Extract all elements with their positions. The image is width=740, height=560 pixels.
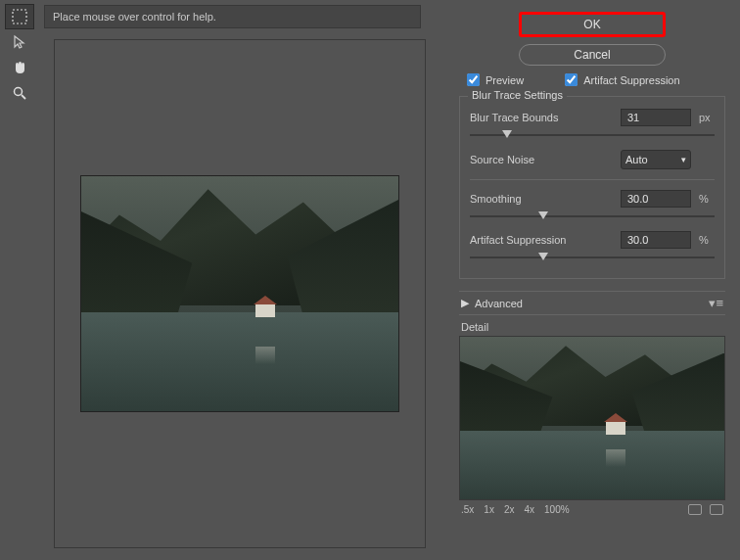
left-toolbar [0,0,39,560]
smoothing-label: Smoothing [470,193,621,205]
hand-tool[interactable] [5,55,34,80]
preview-label: Preview [486,74,524,86]
zoom-4x[interactable]: 4x [524,504,534,515]
detail-preview[interactable] [459,336,725,500]
preview-checkbox-input[interactable] [467,73,480,86]
blur-trace-bounds-label: Blur Trace Bounds [470,112,621,123]
source-noise-label: Source Noise [470,154,621,165]
blur-trace-bounds-unit: px [691,112,715,123]
blur-trace-legend: Blur Trace Settings [468,89,567,101]
blur-trace-settings: Blur Trace Settings Blur Trace Bounds px… [459,96,725,279]
source-noise-select[interactable]: Auto ▾ [621,150,691,169]
preview-image[interactable] [80,175,399,412]
advanced-label: Advanced [475,298,523,309]
options-row: Preview Artifact Suppression [459,73,725,86]
smoothing-input[interactable] [621,190,691,208]
artifact-label: Artifact Suppression [583,74,679,86]
advanced-toggle[interactable]: ▶ Advanced ▾≡ [459,291,725,315]
artifact-suppression-checkbox[interactable]: Artifact Suppression [565,73,679,86]
artifact-suppression-label: Artifact Suppression [470,234,621,246]
svg-point-1 [15,88,23,96]
ok-button[interactable]: OK [519,12,666,37]
smoothing-unit: % [691,193,715,205]
chevron-down-icon: ▾ [681,155,686,164]
zoom-half[interactable]: .5x [461,504,474,515]
zoom-bar: .5x 1x 2x 4x 100% [459,500,725,519]
panel-menu-icon[interactable]: ▾≡ [709,296,723,310]
direct-select-tool[interactable] [5,29,34,55]
help-text: Place mouse over control for help. [53,11,216,23]
help-bar: Place mouse over control for help. [44,5,421,28]
svg-rect-0 [13,10,26,23]
zoom-2x[interactable]: 2x [504,504,515,515]
cancel-button[interactable]: Cancel [519,44,666,66]
preview-area [54,39,426,548]
disclosure-triangle-icon: ▶ [461,297,469,309]
detail-label: Detail [459,321,725,333]
settings-panel: OK Cancel Preview Artifact Suppression B… [445,0,739,560]
zoom-tool[interactable] [5,80,34,106]
artifact-suppression-slider[interactable] [470,253,715,266]
artifact-checkbox-input[interactable] [565,73,578,86]
artifact-suppression-input[interactable] [621,231,691,249]
marquee-tool[interactable] [5,4,34,29]
undock-icon[interactable] [688,504,702,515]
dock-icon[interactable] [710,504,723,515]
blur-trace-bounds-slider[interactable] [470,130,715,144]
zoom-1x[interactable]: 1x [484,504,494,515]
artifact-suppression-unit: % [691,234,715,246]
preview-checkbox[interactable]: Preview [467,73,524,86]
svg-line-2 [22,95,25,99]
smoothing-slider[interactable] [470,211,715,225]
blur-trace-bounds-input[interactable] [621,109,691,126]
zoom-100[interactable]: 100% [544,504,570,515]
